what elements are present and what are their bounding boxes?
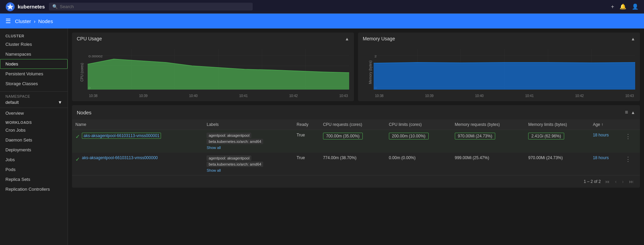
sidebar-item-replica-sets[interactable]: Replica Sets bbox=[0, 174, 68, 184]
charts-row: CPU Usage ▲ CPU (cores) bbox=[72, 33, 640, 101]
nodes-collapse-icon[interactable]: ▲ bbox=[631, 110, 635, 115]
user-profile-icon[interactable]: 👤 bbox=[632, 3, 639, 10]
cpu-x-label-2: 10:40 bbox=[189, 94, 198, 98]
memory-x-axis-labels: 10:38 10:39 10:40 10:41 10:42 10:43 bbox=[374, 94, 635, 98]
breadcrumb-current: Nodes bbox=[38, 18, 53, 24]
row1-age-link[interactable]: 18 hours bbox=[593, 133, 609, 137]
svg-marker-24 bbox=[374, 62, 635, 90]
table-row: ✓ aks-aksagentpool-66103113-vmss000001 a… bbox=[72, 130, 640, 153]
cpu-chart-header: CPU Usage ▲ bbox=[72, 33, 354, 43]
memory-x-label-2: 10:40 bbox=[475, 94, 484, 98]
main-layout: Cluster Cluster Roles Namespaces Nodes P… bbox=[0, 29, 644, 245]
cpu-x-label-5: 10:43 bbox=[339, 94, 348, 98]
sidebar-item-pods[interactable]: Pods bbox=[0, 165, 68, 174]
namespace-value: default bbox=[5, 100, 19, 105]
col-cpu-limits: CPU limits (cores) bbox=[386, 119, 451, 130]
nodes-header-icons: ≡ ▲ bbox=[625, 109, 635, 115]
row2-node-name-link[interactable]: aks-aksagentpool-66103113-vmss000000 bbox=[82, 155, 158, 160]
row1-more-icon[interactable]: ⋮ bbox=[625, 133, 631, 140]
memory-x-label-1: 10:39 bbox=[425, 94, 433, 98]
col-age: Age ↑ bbox=[589, 119, 622, 130]
pagination-first-button[interactable]: ⏮ bbox=[604, 178, 611, 185]
namespace-dropdown[interactable]: default ▼ bbox=[5, 100, 62, 105]
row1-mem-requests-cell: 970.00Mi (24.73%) bbox=[451, 130, 525, 153]
row2-status-icon: ✓ bbox=[75, 156, 80, 163]
memory-chart-collapse-icon[interactable]: ▲ bbox=[631, 36, 635, 41]
row1-mem-requests-value: 970.00Mi (24.73%) bbox=[455, 133, 495, 139]
sidebar-item-daemon-sets[interactable]: Daemon Sets bbox=[0, 135, 68, 145]
col-name: Name bbox=[72, 119, 203, 130]
menu-icon[interactable]: ☰ bbox=[5, 17, 11, 25]
table-pagination: 1 – 2 of 2 ⏮ ‹ › ⏭ bbox=[72, 175, 640, 188]
row2-more-icon[interactable]: ⋮ bbox=[625, 156, 631, 163]
kubernetes-logo-icon bbox=[5, 2, 15, 12]
sidebar-item-cluster-roles[interactable]: Cluster Roles bbox=[0, 39, 68, 49]
row1-node-name-link[interactable]: aks-aksagentpool-66103113-vmss000001 bbox=[82, 133, 161, 139]
sidebar-item-deployments[interactable]: Deployments bbox=[0, 145, 68, 155]
breadcrumb-parent[interactable]: Cluster bbox=[15, 18, 31, 24]
row2-label-1: beta.kubernetes.io/arch: amd64 bbox=[207, 162, 263, 167]
cpu-x-axis-labels: 10:38 10:39 10:40 10:41 10:42 10:43 bbox=[88, 94, 349, 98]
row2-name-wrapper: ✓ aks-aksagentpool-66103113-vmss000000 bbox=[75, 155, 200, 163]
memory-y-axis-label: Memory (bytes) bbox=[369, 60, 372, 84]
svg-text:0.00002: 0.00002 bbox=[89, 55, 103, 58]
sidebar-item-jobs[interactable]: Jobs bbox=[0, 155, 68, 165]
row2-show-all-link[interactable]: Show all bbox=[207, 168, 290, 172]
content-area: CPU Usage ▲ CPU (cores) bbox=[68, 29, 644, 245]
nodes-table-header-row: Name Labels Ready CPU requests (cores) C… bbox=[72, 119, 640, 130]
notifications-icon[interactable]: 🔔 bbox=[620, 3, 626, 10]
sidebar-item-cron-jobs[interactable]: Cron Jobs bbox=[0, 125, 68, 135]
memory-chart-inner: 2 0 bbox=[374, 45, 635, 94]
row2-mem-limits-cell: 970.00Mi (24.73%) bbox=[525, 153, 589, 175]
row1-status-icon: ✓ bbox=[75, 133, 80, 140]
row1-name-wrapper: ✓ aks-aksagentpool-66103113-vmss000001 bbox=[75, 133, 200, 140]
breadcrumb-bar: ☰ Cluster › Nodes bbox=[0, 14, 644, 29]
row1-name-cell: ✓ aks-aksagentpool-66103113-vmss000001 bbox=[72, 130, 203, 153]
nodes-table-title: Nodes bbox=[77, 110, 91, 115]
pagination-next-button[interactable]: › bbox=[621, 178, 625, 185]
namespace-label: Namespace bbox=[5, 94, 62, 98]
search-bar[interactable]: 🔍 bbox=[49, 3, 253, 11]
pagination-prev-button[interactable]: ‹ bbox=[614, 178, 618, 185]
col-mem-requests: Memory requests (bytes) bbox=[451, 119, 525, 130]
col-actions bbox=[622, 119, 640, 130]
memory-chart-header: Memory Usage ▲ bbox=[358, 33, 640, 43]
sidebar-item-persistent-volumes[interactable]: Persistent Volumes bbox=[0, 69, 68, 79]
cpu-x-label-4: 10:42 bbox=[289, 94, 298, 98]
add-button[interactable]: + bbox=[611, 4, 614, 10]
memory-x-label-0: 10:38 bbox=[375, 94, 383, 98]
memory-chart-title: Memory Usage bbox=[363, 36, 395, 41]
row1-mem-limits-value: 2.41Gi (62.96%) bbox=[528, 133, 564, 139]
sidebar-item-storage-classes[interactable]: Storage Classes bbox=[0, 79, 68, 89]
app-name: kubernetes bbox=[18, 4, 45, 10]
row1-mem-limits-cell: 2.41Gi (62.96%) bbox=[525, 130, 589, 153]
row2-cpu-limits-cell: 0.00m (0.00%) bbox=[386, 153, 451, 175]
cluster-section-header: Cluster bbox=[0, 32, 68, 39]
row1-actions-cell: ⋮ bbox=[622, 130, 640, 153]
filter-icon[interactable]: ≡ bbox=[625, 109, 628, 115]
row1-ready-cell: True bbox=[293, 130, 320, 153]
sidebar-item-replication-controllers[interactable]: Replication Controllers bbox=[0, 184, 68, 194]
row1-age-cell: 18 hours bbox=[589, 130, 622, 153]
nodes-table-header: Nodes ≡ ▲ bbox=[72, 105, 640, 119]
row1-show-all-link[interactable]: Show all bbox=[207, 146, 290, 150]
col-mem-limits: Memory limits (bytes) bbox=[525, 119, 589, 130]
pagination-last-button[interactable]: ⏭ bbox=[628, 178, 635, 185]
row2-name-cell: ✓ aks-aksagentpool-66103113-vmss000000 bbox=[72, 153, 203, 175]
nodes-table-wrap: Name Labels Ready CPU requests (cores) C… bbox=[72, 119, 640, 175]
row1-label-1: beta.kubernetes.io/arch: amd64 bbox=[207, 139, 263, 144]
row1-cpu-requests-value: 700.00m (35.00%) bbox=[323, 133, 363, 139]
cpu-y-axis-label: CPU (cores) bbox=[80, 63, 84, 81]
cluster-section: Cluster Cluster Roles Namespaces Nodes P… bbox=[0, 29, 68, 90]
search-input[interactable] bbox=[60, 4, 249, 9]
sidebar-item-namespaces[interactable]: Namespaces bbox=[0, 49, 68, 59]
memory-x-label-4: 10:42 bbox=[575, 94, 584, 98]
cpu-x-label-0: 10:38 bbox=[89, 94, 97, 98]
row2-age-link[interactable]: 18 hours bbox=[593, 155, 609, 160]
sidebar-item-overview[interactable]: Overview bbox=[0, 108, 68, 118]
namespace-selector: Namespace default ▼ bbox=[0, 91, 68, 108]
chevron-down-icon: ▼ bbox=[58, 100, 62, 105]
row1-cpu-limits-value: 200.00m (10.00%) bbox=[389, 133, 429, 139]
cpu-chart-collapse-icon[interactable]: ▲ bbox=[345, 36, 349, 41]
sidebar-item-nodes[interactable]: Nodes bbox=[0, 59, 68, 69]
